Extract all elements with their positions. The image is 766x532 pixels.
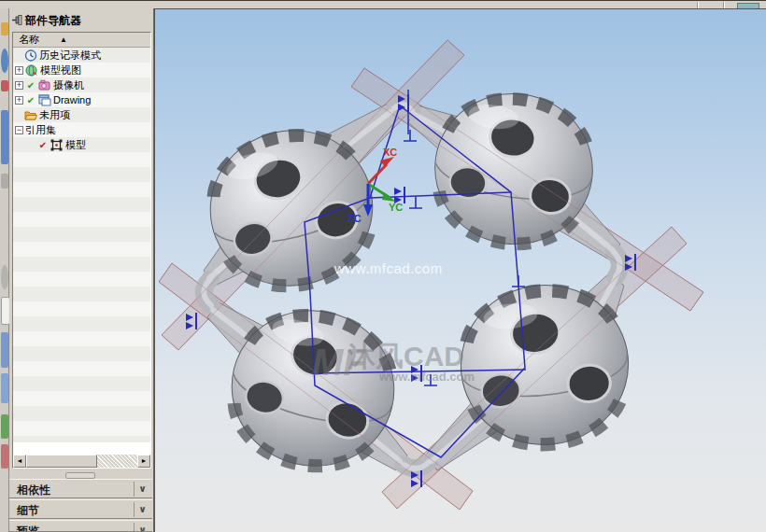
camera-icon [38, 79, 51, 91]
checkmark-icon[interactable]: ✔ [25, 80, 36, 91]
horizontal-scrollbar[interactable]: ◄ ► [13, 455, 150, 468]
toolbar-separator [723, 2, 725, 8]
section-label: 预览 [17, 524, 39, 532]
watermark-url-gray: www.mfcad.com [378, 370, 475, 384]
folder-icon [24, 109, 37, 121]
tree-item-drawing[interactable]: + ✔ Drawing [13, 92, 150, 107]
panel-title: 部件导航器 [25, 13, 81, 29]
tree-item-label: Drawing [53, 94, 91, 105]
tree-item-label: 引用集 [25, 123, 56, 137]
resource-icon-fragment[interactable] [1, 174, 8, 189]
toolbar-separator [697, 2, 699, 8]
tree-empty-area [13, 152, 150, 442]
tree-item-label: 模型视图 [40, 63, 81, 77]
collapse-icon[interactable]: − [15, 126, 23, 134]
chevron-down-icon[interactable]: ∨ [134, 482, 150, 497]
resource-icon-fragment[interactable] [1, 22, 8, 35]
resource-icon-fragment[interactable] [1, 80, 8, 91]
splitter-grip[interactable] [65, 472, 95, 479]
tree-item-unused-items[interactable]: 未用项 [13, 107, 150, 122]
tree-item-history-mode[interactable]: 历史记录模式 [13, 48, 150, 63]
graphics-viewport[interactable]: XC YC ZC www.mfcad.com MF 沐风CAD www.mfca… [154, 8, 766, 532]
tree-item-model-views[interactable]: + 模型视图 [13, 63, 150, 77]
top-toolbar [0, 0, 766, 8]
sort-ascending-icon[interactable]: ▲ [60, 35, 67, 44]
expand-icon[interactable]: + [15, 96, 23, 105]
chevron-down-icon[interactable]: ∨ [134, 523, 150, 532]
resource-bar [0, 8, 9, 532]
tree-item-reference-sets[interactable]: − 引用集 [13, 122, 150, 137]
scroll-left-icon[interactable]: ◄ [13, 455, 26, 468]
tree-item-label: 模型 [65, 138, 86, 152]
tree-item-model-refset[interactable]: ✔ 模型 [13, 137, 150, 152]
panel-splitter[interactable] [9, 469, 152, 479]
checkmark-icon[interactable]: ✔ [37, 140, 49, 150]
resource-icon-fragment[interactable] [1, 49, 8, 73]
section-label: 相依性 [17, 483, 50, 498]
tree-item-label: 历史记录模式 [39, 49, 101, 63]
section-dependencies[interactable]: 相依性 ∨ [9, 479, 152, 498]
clock-icon [24, 49, 37, 62]
3d-scene[interactable]: XC YC ZC www.mfcad.com MF 沐风CAD www.mfca… [155, 9, 766, 532]
section-label: 细节 [17, 503, 39, 519]
drawing-icon [38, 94, 51, 106]
pin-icon[interactable] [11, 14, 23, 26]
chevron-down-icon[interactable]: ∨ [134, 502, 150, 517]
section-preview[interactable]: 预览 ∨ [9, 520, 152, 532]
tree-item-label: 未用项 [39, 108, 70, 122]
watermark-title: 沐风CAD [347, 341, 464, 371]
resource-icon-fragment[interactable] [1, 110, 8, 164]
resource-icon-fragment[interactable] [1, 414, 8, 439]
resource-icon-fragment[interactable] [1, 265, 8, 289]
scrollbar-thumb[interactable] [26, 455, 97, 468]
part-navigator-panel: 部件导航器 名称 ▲ 历史记录模式 + 模型视图 + ✔ [9, 8, 154, 532]
x-axis-label: XC [383, 147, 397, 158]
tree-item-cameras[interactable]: + ✔ 摄像机 [13, 77, 150, 92]
tree-column-header[interactable]: 名称 ▲ [13, 33, 150, 48]
model-views-icon [25, 64, 38, 77]
expand-icon[interactable]: + [15, 66, 23, 75]
name-column-label: 名称 [19, 33, 39, 47]
navigator-tree: 名称 ▲ 历史记录模式 + 模型视图 + ✔ [12, 32, 151, 469]
scroll-right-icon[interactable]: ► [137, 455, 150, 468]
expand-icon[interactable]: + [15, 81, 23, 90]
watermark-url-white: www.mfcad.com [333, 260, 443, 276]
y-axis-label: YC [389, 202, 403, 213]
resource-icon-fragment[interactable] [1, 332, 8, 368]
resource-icon-fragment[interactable] [1, 373, 8, 403]
section-details[interactable]: 细节 ∨ [9, 499, 152, 519]
z-axis-label: ZC [348, 213, 362, 224]
model-icon [50, 139, 64, 151]
tree-item-label: 摄像机 [53, 78, 84, 92]
checkmark-icon[interactable]: ✔ [25, 95, 36, 105]
resource-icon-fragment[interactable] [1, 444, 8, 469]
